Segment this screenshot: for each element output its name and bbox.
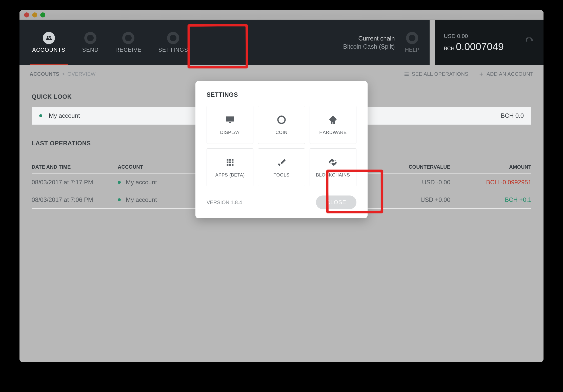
settings-tile-apps-beta-[interactable]: APPS (BETA) [207,148,253,186]
tools-icon [276,157,287,168]
settings-tile-tools[interactable]: TOOLS [258,148,305,186]
tile-label: COIN [275,130,287,135]
nav-send[interactable]: SEND [79,20,101,65]
col-amount: AMOUNT [466,164,531,170]
nav-receive[interactable]: RECEIVE [113,20,144,65]
op-amount: BCH -0.0992951 [466,179,531,186]
nav-label: ACCOUNTS [32,47,65,53]
breadcrumb-bar: ACCOUNTS > OVERVIEW SEE ALL OPERATIONS A… [19,65,544,83]
nav-accounts[interactable]: ACCOUNTS [30,20,68,65]
settings-tile-hardware[interactable]: HARDWARE [310,106,356,144]
coin-icon [276,115,287,126]
refresh-button[interactable] [525,37,534,48]
status-dot [39,114,42,117]
tile-label: HARDWARE [319,130,347,135]
add-account[interactable]: ADD AN ACCOUNT [478,71,533,77]
op-amount: BCH +0.1 [466,196,531,203]
settings-modal: SETTINGS DISPLAYCOINHARDWAREAPPS (BETA)T… [195,81,368,218]
nav-label: SEND [82,47,98,53]
op-date: 08/03/2017 at 7:06 PM [32,196,118,203]
col-date: DATE AND TIME [32,164,118,170]
nav-label: HELP [405,47,419,53]
help-icon: ? [406,32,418,44]
nav-help[interactable]: ? HELP [405,32,419,53]
balance-usd: USD 0.00 [444,33,518,40]
app-window: ACCOUNTS SEND RECEIVE SETTINGS Current c… [19,10,544,362]
account-balance: BCH 0.0 [501,112,524,119]
zoom-window-button[interactable] [40,12,45,17]
accounts-icon [43,32,55,44]
hardware-icon [328,115,338,126]
balance-crypto: BCH 0.0007049 [444,41,518,52]
current-chain: Current chain Bitcoin Cash (Split) [343,35,405,50]
display-icon [225,115,235,126]
breadcrumb-sep: > [62,71,65,77]
nav-settings[interactable]: SETTINGS [156,20,191,65]
window-titlebar [19,10,544,20]
breadcrumb-page: OVERVIEW [68,71,96,77]
tile-label: APPS (BETA) [215,172,245,178]
settings-tile-display[interactable]: DISPLAY [207,106,253,144]
tile-label: DISPLAY [220,130,240,135]
tile-label: TOOLS [273,172,289,178]
version-label: VERSION 1.8.4 [207,200,242,205]
tile-label: BLOCKCHAINS [316,172,350,178]
window-controls [24,12,45,17]
gear-icon [167,32,179,44]
breadcrumb-root[interactable]: ACCOUNTS [30,71,59,77]
close-button[interactable]: CLOSE [316,195,356,209]
blockchains-icon [328,157,338,168]
apps-beta--icon [225,157,235,168]
nav-label: SETTINGS [158,47,188,53]
settings-tile-coin[interactable]: COIN [258,106,305,144]
close-window-button[interactable] [24,12,29,17]
receive-icon [122,32,134,44]
chain-label: Current chain [343,35,395,42]
op-date: 08/03/2017 at 7:17 PM [32,179,118,186]
settings-tile-blockchains[interactable]: BLOCKCHAINS [310,148,356,186]
send-icon [84,32,96,44]
status-dot [118,181,121,184]
balance-panel: USD 0.00 BCH 0.0007049 [435,20,544,65]
status-dot [118,198,121,201]
top-navigation: ACCOUNTS SEND RECEIVE SETTINGS Current c… [19,20,430,65]
account-name: My account [49,112,80,119]
minimize-window-button[interactable] [32,12,37,17]
svg-text:?: ? [411,35,414,40]
see-all-operations[interactable]: SEE ALL OPERATIONS [404,71,469,77]
chain-value: Bitcoin Cash (Split) [343,43,395,50]
nav-label: RECEIVE [115,47,142,53]
modal-title: SETTINGS [207,91,356,98]
